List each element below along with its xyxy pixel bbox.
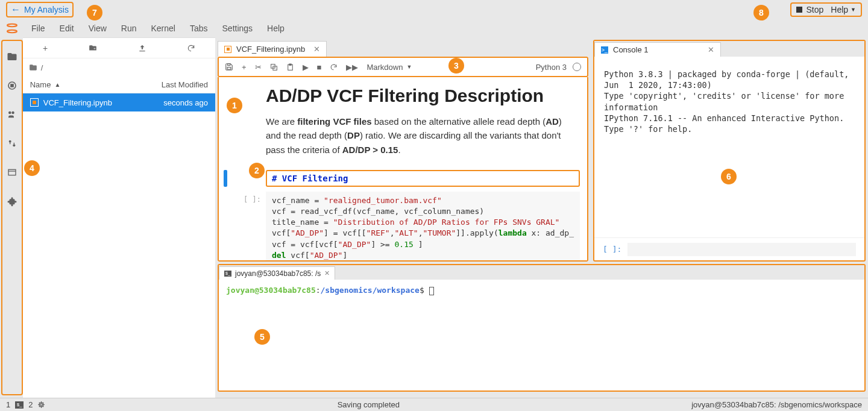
extension-icon[interactable]: [6, 195, 18, 207]
notebook-panel: VCF_Filtering.ipynb ✕ + ✂ ▶ ■ ▶▶ Markdow…: [218, 40, 588, 262]
terminal-icon: $_: [224, 271, 231, 277]
upload-icon[interactable]: [138, 44, 146, 52]
status-term-count2[interactable]: 2: [28, 400, 33, 409]
close-icon[interactable]: ✕: [313, 45, 320, 54]
heading-cell[interactable]: # VCF Filtering: [224, 170, 587, 187]
menu-run[interactable]: Run: [114, 21, 144, 36]
commands-icon[interactable]: [6, 108, 18, 121]
new-launcher-icon[interactable]: +: [43, 43, 48, 53]
callout-4: 4: [24, 160, 40, 176]
back-to-analysis[interactable]: ← My Analysis: [6, 2, 74, 17]
terminal-body[interactable]: jovyan@53034bab7c85:/sbgenomics/workspac…: [219, 280, 864, 391]
menu-kernel[interactable]: Kernel: [143, 21, 182, 36]
kernel-name[interactable]: Python 3: [536, 63, 567, 72]
close-icon[interactable]: ✕: [708, 45, 714, 54]
terminal-cursor: [429, 287, 434, 295]
name-header[interactable]: Name: [30, 80, 51, 89]
status-bar: 1 $_ 2 Saving completed jovyan@53034bab7…: [0, 398, 868, 411]
cut-icon[interactable]: ✂: [255, 63, 262, 72]
status-center: Saving completed: [45, 400, 691, 409]
back-label: My Analysis: [24, 5, 69, 14]
svg-point-0: [7, 24, 17, 27]
add-cell-icon[interactable]: +: [242, 63, 247, 72]
svg-point-5: [11, 111, 14, 115]
top-right-controls: Stop Help ▼: [790, 2, 862, 17]
help-menu[interactable]: Help ▼: [831, 5, 856, 14]
running-icon[interactable]: [6, 80, 18, 92]
callout-3: 3: [448, 58, 464, 74]
svg-point-1: [7, 30, 17, 33]
folder-icon: [29, 63, 37, 72]
breadcrumb-root: /: [41, 63, 43, 72]
svg-rect-17: [40, 403, 44, 407]
arrow-left-icon: ←: [11, 4, 20, 15]
chevron-down-icon: ▼: [406, 64, 412, 70]
notebook-toolbar: + ✂ ▶ ■ ▶▶ Markdown ▼ Python 3: [218, 57, 588, 77]
menu-view[interactable]: View: [81, 21, 114, 36]
menu-help[interactable]: Help: [260, 21, 292, 36]
cell-type-select[interactable]: Markdown ▼: [366, 63, 412, 72]
code-cell[interactable]: [ ]: vcf_name = "realigned_tumor.bam.vcf…: [224, 192, 587, 262]
code-body: vcf_name = "realigned_tumor.bam.vcf" vcf…: [266, 192, 580, 262]
markdown-cell[interactable]: AD/DP VCF Filtering Description We are f…: [224, 82, 587, 164]
file-browser-toolbar: + +: [23, 38, 215, 58]
console-tab[interactable]: >_ Console 1 ✕: [594, 42, 721, 57]
modified-header[interactable]: Last Modified: [162, 80, 208, 89]
copy-icon[interactable]: [270, 63, 278, 71]
heading-cell-text: # VCF Filtering: [272, 174, 348, 183]
tabs-icon[interactable]: [6, 166, 18, 178]
save-icon[interactable]: [225, 63, 233, 71]
terminal-panel: $_ jovyan@53034bab7c85: /s ✕ jovyan@5303…: [218, 264, 866, 392]
file-row[interactable]: VCF_Filtering.ipynb seconds ago: [23, 93, 215, 111]
jupyter-logo-icon: [5, 21, 19, 36]
svg-point-4: [8, 111, 11, 115]
console-input[interactable]: [627, 243, 856, 256]
menu-edit[interactable]: Edit: [52, 21, 81, 36]
terminal-tab[interactable]: $_ jovyan@53034bab7c85: /s ✕: [219, 266, 335, 280]
run-all-icon[interactable]: ▶▶: [346, 63, 358, 72]
status-term-count1[interactable]: 1: [6, 400, 10, 409]
console-input-row: [ ]:: [594, 237, 864, 260]
svg-rect-12: [228, 64, 230, 66]
activity-bar: [1, 40, 23, 395]
file-modified: seconds ago: [163, 98, 208, 107]
notebook-tab[interactable]: VCF_Filtering.ipynb ✕: [218, 41, 327, 57]
callout-6: 6: [721, 169, 737, 184]
close-icon[interactable]: ✕: [324, 269, 330, 277]
status-right: jovyan@53034bab7c85: /sbgenomics/workspa…: [691, 400, 862, 409]
menu-file[interactable]: File: [24, 21, 52, 36]
refresh-icon[interactable]: [187, 44, 195, 52]
restart-icon[interactable]: [330, 63, 338, 71]
paste-icon[interactable]: [286, 63, 294, 71]
console-icon: >_: [601, 46, 608, 54]
svg-rect-10: [139, 51, 145, 51]
code-prompt: [ ]:: [224, 192, 266, 262]
notebook-file-icon: [30, 98, 39, 107]
settings-icon[interactable]: [6, 137, 18, 149]
svg-text:+: +: [93, 46, 96, 50]
md-heading: AD/DP VCF Filtering Description: [266, 86, 574, 106]
notebook-tabstrip: VCF_Filtering.ipynb ✕: [218, 40, 588, 57]
terminal-icon[interactable]: $_: [15, 401, 24, 409]
stop-icon[interactable]: ■: [317, 63, 322, 72]
cpu-icon[interactable]: [37, 401, 45, 409]
run-icon[interactable]: ▶: [303, 63, 309, 72]
callout-8: 8: [753, 5, 769, 20]
stop-label: Stop: [806, 5, 823, 14]
folder-icon[interactable]: [6, 51, 18, 63]
md-paragraph: We are filtering VCF files based on the …: [266, 115, 574, 157]
menu-tabs[interactable]: Tabs: [183, 21, 215, 36]
console-prompt: [ ]:: [603, 245, 621, 254]
svg-rect-16: [289, 64, 291, 65]
callout-2: 2: [249, 163, 265, 178]
new-folder-icon[interactable]: +: [88, 44, 98, 52]
chevron-down-icon: ▼: [851, 7, 856, 13]
svg-point-7: [13, 144, 15, 146]
callout-5: 5: [254, 329, 270, 345]
svg-rect-3: [11, 84, 13, 87]
stop-button[interactable]: Stop: [796, 5, 823, 14]
console-panel: >_ Console 1 ✕ Python 3.8.3 | packaged b…: [593, 40, 866, 262]
menu-settings[interactable]: Settings: [215, 21, 260, 36]
breadcrumb[interactable]: /: [23, 58, 215, 77]
menu-bar: File Edit View Run Kernel Tabs Settings …: [0, 19, 868, 37]
